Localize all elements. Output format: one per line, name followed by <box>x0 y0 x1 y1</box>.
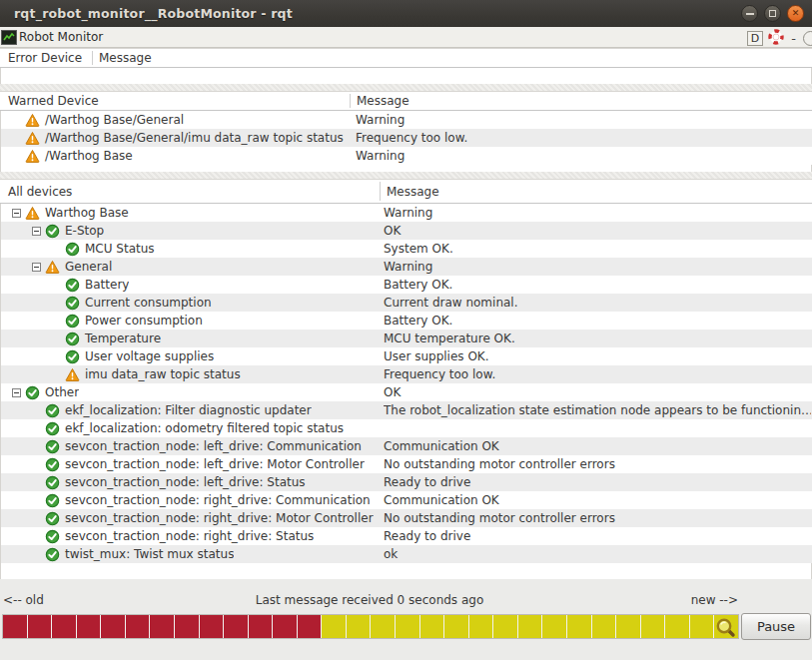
warned-table-row[interactable]: /Warthog Base/GeneralWarning <box>1 111 812 129</box>
warning-icon <box>65 367 80 382</box>
timeline-segment-26-yellow[interactable] <box>616 615 640 638</box>
timeline-segment-18-yellow[interactable] <box>420 615 444 638</box>
timeline-segment-8-red[interactable] <box>175 615 199 638</box>
expander-toggle[interactable] <box>32 263 41 272</box>
error-message-column-header[interactable]: Message <box>99 49 152 67</box>
timeline-segment-4-red[interactable] <box>77 615 101 638</box>
timeline-segment-11-red[interactable] <box>249 615 273 638</box>
warned-table-header: Warned Device Message <box>0 91 812 111</box>
timeline-segment-25-yellow[interactable] <box>592 615 616 638</box>
tree-row[interactable]: imu data_raw topic statusFrequency too l… <box>1 365 812 383</box>
window-minimize-button[interactable] <box>741 5 758 22</box>
warned-device-name: /Warthog Base <box>45 149 133 163</box>
tree-row[interactable]: sevcon_traction_node: right_drive: Motor… <box>1 509 812 527</box>
timeline-segment-9-red[interactable] <box>200 615 224 638</box>
timeline-segment-3-red[interactable] <box>52 615 76 638</box>
tree-device-cell: Battery <box>1 276 129 294</box>
tree-device-cell: Power consumption <box>1 312 203 330</box>
warning-icon <box>45 260 60 275</box>
tree-row[interactable]: Current consumptionCurrent draw nominal. <box>1 294 812 312</box>
warned-device-name: /Warthog Base/General <box>45 113 184 127</box>
warned-message-column-header[interactable]: Message <box>357 92 409 110</box>
tree-message-cell: OK <box>384 383 811 401</box>
window-maximize-button[interactable] <box>764 5 781 22</box>
tree-row[interactable]: GeneralWarning <box>1 258 812 276</box>
all-devices-column-header[interactable]: All devices <box>8 180 72 203</box>
window-title: rqt_robot_monitor__RobotMonitor - rqt <box>0 6 293 21</box>
tree-message-cell: OK <box>384 222 811 240</box>
all-devices-message-column-header[interactable]: Message <box>387 180 439 203</box>
timeline-segment-21-yellow[interactable] <box>493 615 517 638</box>
timeline-segment-5-red[interactable] <box>101 615 125 638</box>
timeline-segment-27-yellow[interactable] <box>641 615 665 638</box>
splitter-handle-2[interactable] <box>0 172 812 179</box>
timeline-segment-12-red[interactable] <box>273 615 297 638</box>
tree-item-label: imu data_raw topic status <box>85 367 241 381</box>
tree-row[interactable]: Power consumptionBattery OK. <box>1 312 812 330</box>
pause-button[interactable]: Pause <box>741 613 811 640</box>
tree-row[interactable]: User voltage suppliesUser supplies OK. <box>1 347 812 365</box>
error-device-column-header[interactable]: Error Device <box>8 49 82 67</box>
timeline-segment-23-yellow[interactable] <box>542 615 566 638</box>
tree-row[interactable]: sevcon_traction_node: left_drive: Status… <box>1 473 812 491</box>
tree-row[interactable]: TemperatureMCU temperature OK. <box>1 330 812 347</box>
timeline-segment-16-yellow[interactable] <box>371 615 395 638</box>
expander-toggle[interactable] <box>32 227 41 236</box>
window-titlebar[interactable]: rqt_robot_monitor__RobotMonitor - rqt ✕ <box>0 0 812 27</box>
warned-table-row[interactable]: /Warthog BaseWarning <box>1 147 812 165</box>
timeline-segment-28-yellow[interactable] <box>665 615 689 638</box>
timeline-segment-19-yellow[interactable] <box>444 615 468 638</box>
timeline-segment-14-yellow[interactable] <box>322 615 346 638</box>
expander-toggle[interactable] <box>12 209 21 218</box>
tree-device-cell: imu data_raw topic status <box>1 365 241 383</box>
tree-row[interactable]: MCU StatusSystem OK. <box>1 240 812 258</box>
tree-row[interactable]: ekf_localization: Filter diagnostic upda… <box>1 401 812 419</box>
warned-device-column-header[interactable]: Warned Device <box>8 92 99 110</box>
panel-dock-button[interactable]: D <box>747 31 763 46</box>
tree-item-label: sevcon_traction_node: right_drive: Motor… <box>65 511 374 525</box>
ok-icon <box>45 493 60 508</box>
expander-slot <box>7 388 25 397</box>
tree-row[interactable]: sevcon_traction_node: right_drive: Statu… <box>1 527 812 545</box>
tree-message-cell: The robot_localization state estimation … <box>384 401 811 419</box>
ok-icon <box>45 421 60 436</box>
tree-row[interactable]: BatteryBattery OK. <box>1 276 812 294</box>
minimize-icon <box>746 13 754 15</box>
expander-toggle[interactable] <box>12 388 21 397</box>
tree-row[interactable]: OtherOK <box>1 383 812 401</box>
tree-row[interactable]: sevcon_traction_node: left_drive: Motor … <box>1 455 812 473</box>
timeline-segment-10-red[interactable] <box>224 615 248 638</box>
history-timeline-slider[interactable] <box>2 614 739 639</box>
timeline-segment-22-yellow[interactable] <box>518 615 542 638</box>
magnifier-icon[interactable] <box>713 614 737 639</box>
timeline-segment-6-red[interactable] <box>126 615 150 638</box>
timeline-segment-17-yellow[interactable] <box>396 615 419 638</box>
warned-table-row[interactable]: /Warthog Base/General/imu data_raw topic… <box>1 129 812 147</box>
tree-row[interactable]: sevcon_traction_node: right_drive: Commu… <box>1 491 812 509</box>
tree-row[interactable]: twist_mux: Twist mux statusok <box>1 545 812 563</box>
error-table-body[interactable] <box>0 68 812 84</box>
panel-float-icon[interactable] <box>768 29 784 48</box>
splitter-handle-1[interactable] <box>0 84 812 91</box>
timeline-segment-15-yellow[interactable] <box>347 615 371 638</box>
tree-item-label: Temperature <box>85 331 161 345</box>
warned-table-column-divider[interactable] <box>350 94 351 108</box>
all-devices-column-divider[interactable] <box>380 182 381 201</box>
tree-row[interactable]: E-StopOK <box>1 222 812 240</box>
tree-message-cell: No outstanding motor controller errors <box>384 455 811 473</box>
panel-minimize-button[interactable]: - <box>789 31 798 46</box>
timeline-segment-29-yellow[interactable] <box>690 615 714 638</box>
timeline-segment-7-red[interactable] <box>150 615 174 638</box>
timeline-segment-24-yellow[interactable] <box>567 615 591 638</box>
tree-row[interactable]: ekf_localization: odometry filtered topi… <box>1 419 812 437</box>
window-close-button[interactable]: ✕ <box>787 5 804 22</box>
panel-close-button[interactable] <box>803 31 812 46</box>
timeline-segment-20-yellow[interactable] <box>469 615 493 638</box>
timeline-segment-1-red[interactable] <box>3 615 27 638</box>
tree-row[interactable]: Warthog BaseWarning <box>1 204 812 222</box>
warned-device-cell: /Warthog Base <box>1 147 133 165</box>
timeline-segment-13-red[interactable] <box>298 615 322 638</box>
tree-row[interactable]: sevcon_traction_node: left_drive: Commun… <box>1 437 812 455</box>
timeline-segment-2-red[interactable] <box>28 615 52 638</box>
error-table-column-divider[interactable] <box>92 51 93 65</box>
